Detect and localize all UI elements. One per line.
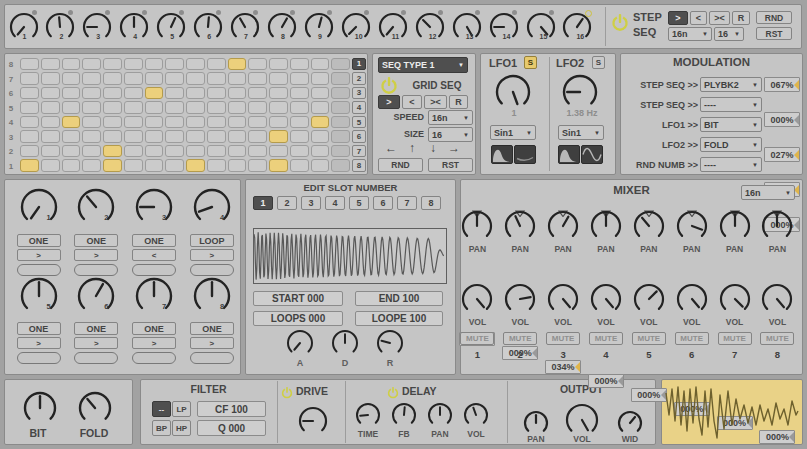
grid-cell-r2-s11[interactable] (228, 145, 247, 158)
grid-cell-r3-s4[interactable] (82, 130, 101, 143)
grid-cell-r4-s10[interactable] (207, 116, 226, 129)
grid-cell-r2-s10[interactable] (207, 145, 226, 158)
slot-pad-2[interactable] (74, 264, 118, 276)
mute-button-8[interactable]: MUTE (760, 332, 794, 345)
grid-cell-r8-s3[interactable] (62, 58, 81, 71)
grid-cell-r6-s1[interactable] (20, 87, 39, 100)
slot-dir-button-4[interactable]: > (190, 249, 234, 261)
mute-button-6[interactable]: MUTE (675, 332, 709, 345)
grid-pattern-button-6[interactable]: 6 (352, 130, 366, 143)
shift-right-arrow-icon[interactable]: → (445, 142, 463, 156)
edit-slot-button-4[interactable]: 4 (325, 196, 345, 210)
grid-cell-r8-s13[interactable] (269, 58, 288, 71)
drive-power-button[interactable] (281, 385, 293, 397)
grid-cell-r3-s2[interactable] (41, 130, 60, 143)
grid-cell-r4-s8[interactable] (165, 116, 184, 129)
shift-up-arrow-icon[interactable]: ↑ (403, 142, 421, 156)
grid-cell-r4-s7[interactable] (145, 116, 164, 129)
grid-cell-r6-s16[interactable] (331, 87, 350, 100)
grid-cell-r2-s15[interactable] (311, 145, 330, 158)
mod-target-select-5[interactable]: ----▼ (700, 157, 762, 172)
mixer-pan-knob-3[interactable] (546, 209, 580, 243)
pan-amount-4[interactable]: 000% (588, 374, 624, 388)
slot-mode-button-2[interactable]: ONE (74, 234, 118, 247)
step-seq-rnd-button[interactable]: RND (756, 11, 792, 24)
grid-cell-r3-s3[interactable] (62, 130, 81, 143)
grid-cell-r6-s6[interactable] (124, 87, 143, 100)
grid-cell-r8-s15[interactable] (311, 58, 330, 71)
loop-end-field[interactable]: LOOPE 100 (355, 311, 443, 326)
grid-cell-r4-s12[interactable] (248, 116, 267, 129)
grid-cell-r1-s7[interactable] (145, 159, 164, 172)
edit-slot-button-3[interactable]: 3 (301, 196, 321, 210)
grid-cell-r5-s1[interactable] (20, 101, 39, 114)
step-seq-dir-4[interactable]: R (732, 11, 750, 25)
slot-pad-4[interactable] (190, 264, 234, 276)
grid-cell-r4-s16[interactable] (331, 116, 350, 129)
output-vol-knob[interactable] (564, 402, 600, 438)
lfo1-wave-b-thumb[interactable] (514, 145, 536, 164)
filter-type-HP[interactable]: HP (172, 420, 191, 436)
slot-mode-button-8[interactable]: ONE (190, 322, 234, 335)
grid-pattern-button-3[interactable]: 3 (352, 87, 366, 100)
slot-mode-button-7[interactable]: ONE (132, 322, 176, 335)
slot-pad-6[interactable] (74, 352, 118, 364)
step-seq-power-button[interactable] (611, 14, 629, 32)
edit-slot-button-2[interactable]: 2 (277, 196, 297, 210)
step-seq-rst-button[interactable]: RST (756, 27, 792, 40)
grid-cell-r3-s15[interactable] (311, 130, 330, 143)
seq-type-select[interactable]: SEQ TYPE 1▼ (378, 57, 468, 73)
delay-vol-knob[interactable] (462, 401, 490, 429)
grid-cell-r4-s15[interactable] (311, 116, 330, 129)
mixer-rate-select[interactable]: 16n▼ (741, 185, 795, 200)
mixer-pan-knob-8[interactable] (760, 209, 794, 243)
grid-cell-r7-s7[interactable] (145, 72, 164, 85)
grid-cell-r5-s4[interactable] (82, 101, 101, 114)
grid-cell-r7-s3[interactable] (62, 72, 81, 85)
grid-cell-r1-s15[interactable] (311, 159, 330, 172)
grid-cell-r6-s11[interactable] (228, 87, 247, 100)
grid-cell-r5-s16[interactable] (331, 101, 350, 114)
mute-button-1[interactable]: MUTE (460, 332, 494, 345)
size-select[interactable]: 16▼ (428, 127, 473, 142)
grid-cell-r6-s13[interactable] (269, 87, 288, 100)
grid-cell-r4-s1[interactable] (20, 116, 39, 129)
grid-cell-r1-s13[interactable] (269, 159, 288, 172)
mixer-pan-knob-2[interactable] (503, 209, 537, 243)
grid-cell-r1-s14[interactable] (290, 159, 309, 172)
grid-cell-r4-s6[interactable] (124, 116, 143, 129)
grid-cell-r2-s5[interactable] (103, 145, 122, 158)
grid-cell-r8-s12[interactable] (248, 58, 267, 71)
edit-slot-button-7[interactable]: 7 (397, 196, 417, 210)
step-seq-steps-select[interactable]: 16▼ (714, 27, 744, 41)
grid-cell-r8-s10[interactable] (207, 58, 226, 71)
grid-cell-r6-s9[interactable] (186, 87, 205, 100)
mixer-vol-knob-6[interactable] (675, 282, 709, 316)
grid-cell-r2-s13[interactable] (269, 145, 288, 158)
grid-cell-r3-s10[interactable] (207, 130, 226, 143)
grid-cell-r8-s4[interactable] (82, 58, 101, 71)
grid-pattern-button-8[interactable]: 8 (352, 159, 366, 172)
grid-seq-power-button[interactable] (380, 77, 398, 95)
slot-pad-5[interactable] (17, 352, 61, 364)
grid-cell-r7-s9[interactable] (186, 72, 205, 85)
mod-target-select-3[interactable]: BIT▼ (700, 117, 762, 132)
grid-pattern-button-4[interactable]: 4 (352, 101, 366, 114)
grid-cell-r6-s2[interactable] (41, 87, 60, 100)
grid-cell-r7-s5[interactable] (103, 72, 122, 85)
drive-knob[interactable] (297, 405, 329, 437)
slot-dir-button-7[interactable]: > (132, 337, 176, 349)
slot-mode-button-3[interactable]: ONE (132, 234, 176, 247)
grid-cell-r4-s11[interactable] (228, 116, 247, 129)
grid-cell-r6-s14[interactable] (290, 87, 309, 100)
grid-cell-r4-s4[interactable] (82, 116, 101, 129)
grid-cell-r1-s11[interactable] (228, 159, 247, 172)
grid-cell-r6-s7[interactable] (145, 87, 164, 100)
lfo2-sync-button[interactable]: S (592, 56, 605, 69)
grid-cell-r5-s14[interactable] (290, 101, 309, 114)
grid-cell-r3-s9[interactable] (186, 130, 205, 143)
mute-button-3[interactable]: MUTE (546, 332, 580, 345)
shift-left-arrow-icon[interactable]: ← (382, 142, 400, 156)
grid-cell-r7-s15[interactable] (311, 72, 330, 85)
edit-slot-button-1[interactable]: 1 (253, 196, 273, 210)
